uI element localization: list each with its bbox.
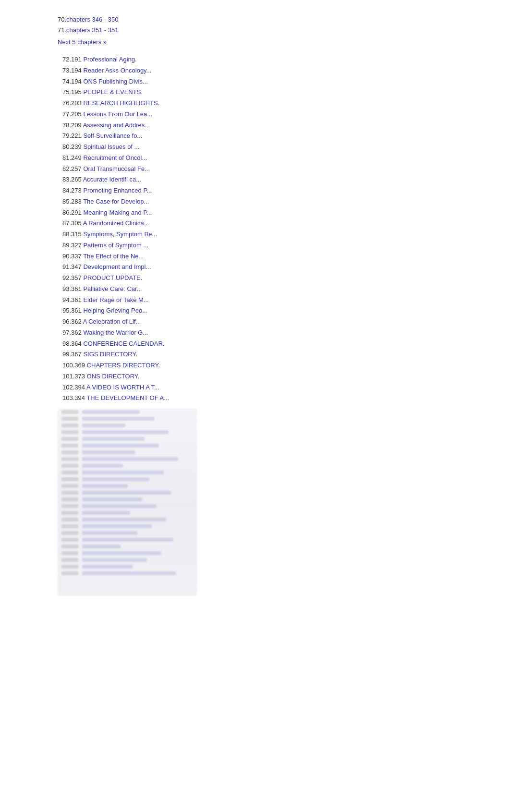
chapter-index: 100.369 [62,362,87,369]
chapter-title-link[interactable]: THE DEVELOPMENT OF A... [86,394,169,401]
chapter-index: 102.394 [62,384,86,391]
chapter-title-link[interactable]: Spiritual Issues of ... [83,143,139,150]
blurred-row [58,523,197,530]
chapter-index: 80.239 [62,143,83,150]
list-item: 100.369 CHAPTERS DIRECTORY. [62,360,510,371]
chapter-title-link[interactable]: Reader Asks Oncology... [83,67,151,74]
chapter-title-link[interactable]: A Celebration of Lif... [83,318,141,325]
list-item: 84.273 Promoting Enhanced P... [62,185,510,196]
chapter-index: 76.203 [62,99,83,107]
list-item: 76.203 RESEARCH HIGHLIGHTS. [62,98,510,109]
chapter-title-link[interactable]: Recruitment of Oncol... [83,154,147,161]
blurred-row [58,409,197,415]
chapter-title-link[interactable]: Assessing and Addres... [83,121,150,129]
chapter-title-link[interactable]: Patterns of Symptom ... [83,242,148,249]
blurred-row [58,456,197,462]
chapter-title-link[interactable]: Waking the Warrior G... [83,329,148,336]
chapter-title-link[interactable]: Accurate Identifi ca... [83,176,141,183]
list-item: 98.364 CONFERENCE CALENDAR. [62,339,510,350]
chapter-title-link[interactable]: Professional Aging. [83,56,136,63]
next-chapters-link[interactable]: Next 5 chapters » [58,38,107,46]
list-item: 99.367 SIGS DIRECTORY. [62,349,510,360]
blurred-row [58,516,197,523]
chapter-index: 98.364 [62,340,83,347]
chapter-title-link[interactable]: ONS Publishing Divis... [83,78,147,85]
chapter-title-link[interactable]: Development and Impl... [83,263,151,270]
chapter-list: 72.191 Professional Aging.73.194 Reader … [62,54,510,404]
blurred-row [58,422,197,429]
chapter-index: 72.191 [62,56,83,63]
chapter-title-link[interactable]: Helping Grieving Peo... [83,307,147,314]
list-item: 79.221 Self-Surveillance fo... [62,131,510,142]
blurred-row [58,483,197,489]
chapter-title-link[interactable]: RESEARCH HIGHLIGHTS. [83,99,159,107]
blurred-row [58,570,197,577]
chapter-index: 75.195 [62,88,83,96]
chapter-link[interactable]: chapters 346 - 350 [66,16,118,23]
chapter-title-link[interactable]: CONFERENCE CALENDAR. [83,340,164,347]
list-item: 86.291 Meaning-Making and P... [62,207,510,218]
chapter-title-link[interactable]: Symptoms, Symptom Be... [83,230,157,238]
blurred-row [58,415,197,422]
chapter-title-link[interactable]: ONS DIRECTORY. [87,373,140,380]
chapter-title-link[interactable]: Palliative Care: Car... [83,285,142,292]
chapter-number: 70. [58,16,66,23]
chapter-index: 82.257 [62,165,83,172]
blurred-row [58,449,197,456]
chapter-index: 88.315 [62,230,83,238]
chapter-index: 74.194 [62,78,83,85]
chapter-title-link[interactable]: SIGS DIRECTORY. [83,351,137,358]
chapter-index: 93.361 [62,285,83,292]
blurred-row [58,509,197,516]
next-chapters-nav: Next 5 chapters » [58,38,510,46]
blurred-row [58,550,197,557]
chapter-number: 71. [58,26,66,34]
chapter-index: 86.291 [62,209,83,216]
page-container: 70.chapters 346 - 35071.chapters 351 - 3… [0,0,510,610]
list-item: 81.249 Recruitment of Oncol... [62,153,510,164]
blurred-row [58,557,197,563]
blurred-row [58,543,197,550]
chapter-index: 103.394 [62,394,86,401]
list-item: 75.195 PEOPLE & EVENTS. [62,87,510,98]
chapter-index: 84.273 [62,187,83,194]
chapter-index: 79.221 [62,132,83,139]
chapter-title-link[interactable]: Oral Transmucosal Fe... [83,165,150,172]
list-item: 90.337 The Effect of the Ne... [62,251,510,262]
chapter-index: 90.337 [62,253,83,260]
list-item: 103.394 THE DEVELOPMENT OF A... [62,393,510,404]
list-item: 89.327 Patterns of Symptom ... [62,240,510,251]
chapter-title-link[interactable]: The Effect of the Ne... [83,253,144,260]
blurred-row [58,530,197,536]
prev-chapters-section: 70.chapters 346 - 35071.chapters 351 - 3… [58,14,510,36]
chapter-link[interactable]: chapters 351 - 351 [66,26,118,34]
blurred-row [58,503,197,509]
list-item: 82.257 Oral Transmucosal Fe... [62,164,510,175]
blurred-content-section [58,409,197,596]
chapter-index: 89.327 [62,242,83,249]
chapter-title-link[interactable]: Lessons From Our Lea... [83,110,152,118]
list-item: 77.205 Lessons From Our Lea... [62,109,510,120]
prev-chapter-item: 70.chapters 346 - 350 [58,14,510,25]
chapter-title-link[interactable]: A VIDEO IS WORTH A T... [86,384,159,391]
chapter-title-link[interactable]: Self-Surveillance fo... [83,132,142,139]
list-item: 80.239 Spiritual Issues of ... [62,142,510,153]
chapter-index: 73.194 [62,67,83,74]
list-item: 97.362 Waking the Warrior G... [62,327,510,339]
blurred-row [58,429,197,436]
chapter-title-link[interactable]: Meaning-Making and P... [83,209,152,216]
chapter-title-link[interactable]: A Randomized Clinica... [83,219,149,227]
list-item: 102.394 A VIDEO IS WORTH A T... [62,382,510,393]
chapter-index: 97.362 [62,329,83,336]
chapter-title-link[interactable]: PRODUCT UPDATE. [83,274,142,281]
chapter-title-link[interactable]: PEOPLE & EVENTS. [83,88,143,96]
chapter-title-link[interactable]: Elder Rage or Take M... [83,296,148,303]
prev-chapter-item: 71.chapters 351 - 351 [58,25,510,36]
chapter-index: 81.249 [62,154,83,161]
list-item: 83.265 Accurate Identifi ca... [62,174,510,185]
chapter-title-link[interactable]: Promoting Enhanced P... [83,187,152,194]
blurred-row [58,436,197,442]
list-item: 72.191 Professional Aging. [62,54,510,65]
chapter-title-link[interactable]: The Case for Develop... [83,198,149,205]
chapter-title-link[interactable]: CHAPTERS DIRECTORY. [87,362,160,369]
